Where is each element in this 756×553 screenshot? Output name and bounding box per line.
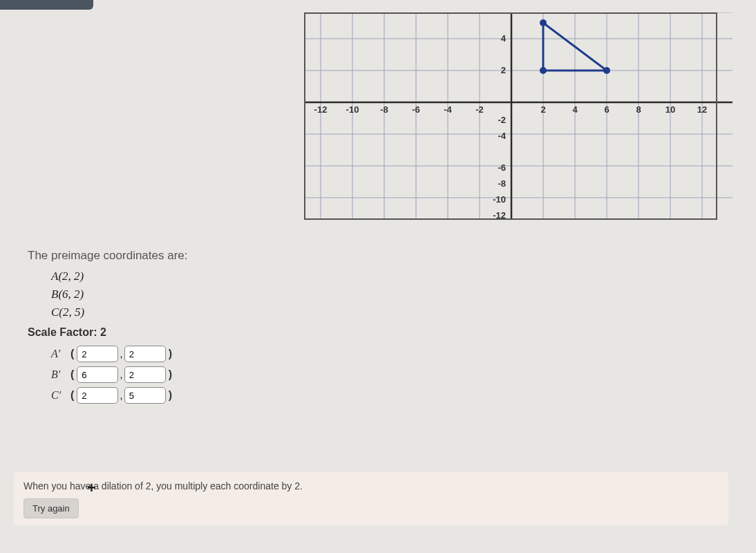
close-paren: ) bbox=[169, 368, 172, 381]
svg-text:10: 10 bbox=[665, 104, 675, 115]
svg-text:6: 6 bbox=[604, 104, 609, 115]
svg-text:4: 4 bbox=[572, 104, 578, 115]
graph-svg: -12 -10 -8 -6 -4 -2 2 4 6 8 10 12 4 2 -2… bbox=[304, 12, 733, 220]
answer-row-C: C′ ( , ) bbox=[51, 387, 650, 404]
comma: , bbox=[120, 368, 122, 381]
input-Cy[interactable] bbox=[124, 387, 166, 404]
svg-text:-6: -6 bbox=[498, 162, 506, 173]
answer-row-A: A′ ( , ) bbox=[51, 346, 650, 362]
svg-point-22 bbox=[603, 67, 610, 74]
svg-text:-2: -2 bbox=[498, 115, 506, 125]
open-paren: ( bbox=[70, 348, 74, 360]
answer-label-A: A′ bbox=[51, 348, 69, 360]
svg-text:-8: -8 bbox=[498, 178, 506, 189]
feedback-message: When you have a dilation of 2, you multi… bbox=[23, 480, 719, 491]
input-Cx[interactable] bbox=[77, 387, 118, 404]
feedback-footer: When you have a dilation of 2, you multi… bbox=[14, 472, 728, 525]
svg-text:-8: -8 bbox=[380, 104, 388, 115]
svg-text:-4: -4 bbox=[444, 104, 452, 115]
input-Ax[interactable] bbox=[77, 346, 118, 362]
svg-point-21 bbox=[540, 67, 547, 74]
question-content: The preimage coordinates are: A(2, 2) B(… bbox=[28, 249, 650, 408]
svg-text:-12: -12 bbox=[314, 104, 328, 115]
close-paren: ) bbox=[169, 348, 172, 360]
try-again-button[interactable]: Try again bbox=[23, 498, 79, 518]
answer-row-B: B′ ( , ) bbox=[51, 366, 650, 383]
answer-label-C: C′ bbox=[51, 389, 69, 402]
svg-text:-6: -6 bbox=[412, 104, 420, 115]
open-paren: ( bbox=[70, 389, 74, 402]
input-Ay[interactable] bbox=[124, 346, 166, 362]
comma: , bbox=[120, 348, 122, 360]
browser-tab-fragment bbox=[0, 0, 93, 10]
svg-text:8: 8 bbox=[636, 104, 641, 115]
cursor-plus-icon: + bbox=[87, 479, 96, 497]
svg-text:-10: -10 bbox=[346, 104, 359, 115]
preimage-B: B(6, 2) bbox=[51, 288, 650, 301]
svg-text:2: 2 bbox=[501, 65, 506, 75]
input-By[interactable] bbox=[124, 366, 166, 383]
svg-text:2: 2 bbox=[540, 104, 545, 115]
scale-factor: Scale Factor: 2 bbox=[28, 326, 650, 339]
answer-list: A′ ( , ) B′ ( , ) C′ ( , ) bbox=[51, 346, 650, 404]
svg-text:-4: -4 bbox=[498, 131, 506, 141]
preimage-A: A(2, 2) bbox=[51, 270, 650, 283]
preimage-heading: The preimage coordinates are: bbox=[28, 249, 650, 263]
open-paren: ( bbox=[70, 368, 74, 381]
close-paren: ) bbox=[169, 389, 172, 402]
svg-point-23 bbox=[540, 19, 547, 26]
svg-text:12: 12 bbox=[697, 104, 707, 115]
coordinate-graph: -12 -10 -8 -6 -4 -2 2 4 6 8 10 12 4 2 -2… bbox=[304, 12, 733, 220]
svg-text:-2: -2 bbox=[475, 104, 484, 115]
preimage-list: A(2, 2) B(6, 2) C(2, 5) bbox=[51, 270, 650, 319]
svg-text:-10: -10 bbox=[493, 194, 506, 205]
preimage-C: C(2, 5) bbox=[51, 306, 650, 319]
answer-label-B: B′ bbox=[51, 368, 69, 381]
input-Bx[interactable] bbox=[77, 366, 118, 383]
comma: , bbox=[120, 389, 122, 402]
svg-text:-12: -12 bbox=[493, 210, 506, 220]
svg-text:4: 4 bbox=[501, 33, 507, 44]
